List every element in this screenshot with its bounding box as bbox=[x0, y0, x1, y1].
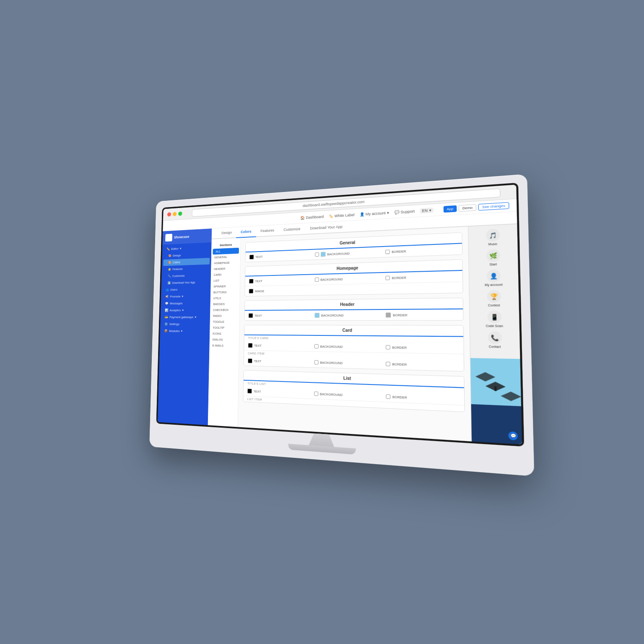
sidebar-item-promote[interactable]: 📢 Promote ▾ bbox=[162, 293, 209, 300]
sidebar-item-download[interactable]: ⬇️ Download Your App bbox=[163, 279, 209, 286]
header-border-label: BORDER bbox=[393, 313, 408, 317]
preview-icon-start[interactable]: 🌿 Start bbox=[471, 247, 516, 268]
homepage-image-label: IMAGE bbox=[255, 289, 264, 293]
header-border-swatch[interactable] bbox=[386, 312, 391, 317]
sidebar-item-label: Modules bbox=[169, 329, 179, 332]
card-item-border-item: BORDER bbox=[386, 362, 459, 368]
preview-icons-list: 🎵 Music 🌿 Start 👤 My bbox=[468, 224, 520, 359]
my-account-icon-label: My account bbox=[485, 283, 503, 286]
sidebar-item-label: Users bbox=[170, 288, 178, 292]
homepage-bg-item: BACKGROUND bbox=[314, 276, 381, 282]
sidebar-item-settings[interactable]: ⚙️ Settings bbox=[161, 321, 208, 327]
card-item-text-swatch[interactable] bbox=[248, 358, 252, 364]
card-title-text-label: TEXT bbox=[254, 344, 262, 348]
section-item-buttons[interactable]: BUTTONS bbox=[210, 289, 240, 295]
contact-icon-circle: 📞 bbox=[488, 331, 502, 344]
sidebar-item-modules[interactable]: 📦 Modules ▾ bbox=[161, 328, 208, 335]
music-icon-label: Music bbox=[488, 242, 498, 246]
my-account-icon-circle: 👤 bbox=[486, 269, 501, 282]
nav-dashboard[interactable]: 🏠 Dashboard bbox=[300, 214, 324, 220]
card-title-border-checkbox[interactable] bbox=[386, 345, 390, 350]
homepage-bg-checkbox[interactable] bbox=[314, 278, 319, 282]
list-title-text-item: TEXT bbox=[247, 389, 310, 396]
sidebar-item-label: Features bbox=[172, 267, 183, 271]
demo-button[interactable]: Demo bbox=[459, 204, 477, 212]
section-item-radio[interactable]: RADIO bbox=[210, 313, 239, 319]
section-item-icons[interactable]: ICONS bbox=[210, 331, 239, 337]
preview-icon-my-account[interactable]: 👤 My account bbox=[472, 267, 516, 288]
tab-colors[interactable]: Colors bbox=[236, 226, 256, 238]
general-bg-swatch[interactable] bbox=[321, 252, 326, 257]
header-bg-label: BACKGROUND bbox=[321, 313, 344, 317]
general-text-swatch[interactable] bbox=[249, 254, 254, 260]
general-border-checkbox[interactable] bbox=[385, 249, 390, 254]
traffic-light-green[interactable] bbox=[178, 211, 182, 216]
nav-support[interactable]: 💬 Support bbox=[394, 209, 415, 214]
list-title-bg-checkbox[interactable] bbox=[314, 392, 318, 396]
header-bg-swatch[interactable] bbox=[314, 313, 319, 318]
card-title-border-item: BORDER bbox=[386, 345, 459, 351]
general-border-item: BORDER bbox=[385, 247, 457, 254]
sidebar-item-users[interactable]: 👥 Users bbox=[163, 286, 209, 293]
sidebar-item-analytics[interactable]: 📊 Analytics ▾ bbox=[162, 307, 209, 314]
card-title-bg-checkbox[interactable] bbox=[314, 344, 319, 348]
preview-icon-code-scan[interactable]: 📱 Code Scan bbox=[472, 309, 517, 329]
section-item-emails[interactable]: E-MAILS bbox=[209, 343, 239, 349]
card-item-border-checkbox[interactable] bbox=[386, 362, 391, 366]
section-item-utils[interactable]: UTILS bbox=[210, 295, 240, 301]
general-text-item: TEXT bbox=[249, 252, 311, 260]
app-button[interactable]: App bbox=[443, 205, 457, 213]
card-item-border-label: BORDER bbox=[392, 362, 407, 366]
sidebar-item-label: Design bbox=[173, 254, 181, 257]
card-item-bg-item: BACKGROUND bbox=[314, 360, 382, 366]
sidebar-item-payment[interactable]: 💳 Payment gateways ▾ bbox=[162, 314, 209, 320]
preview-icon-contest[interactable]: 🏆 Contest bbox=[472, 288, 516, 308]
section-item-toggle[interactable]: TOGGLE bbox=[210, 319, 239, 325]
section-item-badges[interactable]: BADGES bbox=[210, 301, 239, 307]
download-icon: ⬇️ bbox=[168, 281, 171, 285]
start-icon-label: Start bbox=[490, 262, 497, 266]
homepage-border-checkbox[interactable] bbox=[386, 276, 390, 280]
list-title-text-swatch[interactable] bbox=[247, 389, 252, 394]
section-item-tooltip[interactable]: TOOLTIP bbox=[210, 325, 239, 331]
preview-icon-music[interactable]: 🎵 Music bbox=[471, 227, 515, 248]
general-text-label: TEXT bbox=[255, 255, 263, 259]
main-layout: Showcase ✏️ Editor ▾ 🎨 Design 🎨 Colo bbox=[158, 212, 522, 445]
card-item-bg-checkbox[interactable] bbox=[314, 360, 318, 364]
nav-my-account[interactable]: 👤 My account ▾ bbox=[360, 210, 389, 216]
colors-content: Sections ALL GENERAL HOMEPAGE HEADER CAR… bbox=[208, 224, 522, 444]
traffic-lights bbox=[167, 211, 182, 216]
screen-bezel: dashboard.swiftspeedappcreator.com 🏠 Das… bbox=[156, 183, 525, 447]
preview-icon-contact[interactable]: 📞 Contact bbox=[473, 330, 517, 350]
list-color-section: List TITLE'S LIST TEXT bbox=[243, 370, 465, 413]
features-icon: ⭐ bbox=[168, 267, 171, 271]
sidebar-item-customize[interactable]: 🔧 Customize bbox=[163, 272, 209, 280]
header-text-swatch[interactable] bbox=[248, 313, 253, 318]
card-title-text-swatch[interactable] bbox=[248, 343, 252, 348]
header-bg-item: BACKGROUND bbox=[314, 312, 382, 318]
homepage-image-swatch[interactable] bbox=[249, 289, 253, 294]
general-color-section: General TEXT bbox=[245, 232, 463, 262]
homepage-text-swatch[interactable] bbox=[249, 279, 254, 284]
card-title-bg-label: BACKGROUND bbox=[320, 345, 343, 349]
contact-icon-label: Contact bbox=[489, 345, 501, 348]
sidebar-item-label: Messages bbox=[170, 301, 183, 305]
users-icon: 👥 bbox=[165, 288, 169, 291]
section-item-dialog[interactable]: DIALOG bbox=[210, 337, 239, 343]
traffic-light-yellow[interactable] bbox=[173, 212, 177, 216]
list-title-border-checkbox[interactable] bbox=[386, 394, 391, 399]
nav-lang[interactable]: EN ▾ bbox=[420, 208, 433, 213]
tab-customize[interactable]: Customize bbox=[279, 223, 305, 236]
traffic-light-red[interactable] bbox=[167, 212, 171, 216]
tab-features[interactable]: Features bbox=[256, 225, 279, 237]
section-item-checkbox[interactable]: CHECKBOX bbox=[210, 307, 239, 313]
tab-design[interactable]: Design bbox=[217, 227, 236, 239]
section-item-spinner[interactable]: SPINNER bbox=[210, 283, 240, 290]
sidebar-item-messages[interactable]: 💬 Messages bbox=[162, 300, 209, 307]
nav-white-label[interactable]: 🏷️ White Label bbox=[329, 213, 354, 218]
music-icon-circle: 🎵 bbox=[486, 229, 499, 242]
see-changes-button[interactable]: See changes bbox=[478, 202, 509, 210]
header-text-label: TEXT bbox=[254, 314, 262, 317]
general-bg-checkbox[interactable] bbox=[315, 252, 319, 257]
code-scan-icon-label: Code Scan bbox=[486, 324, 503, 327]
